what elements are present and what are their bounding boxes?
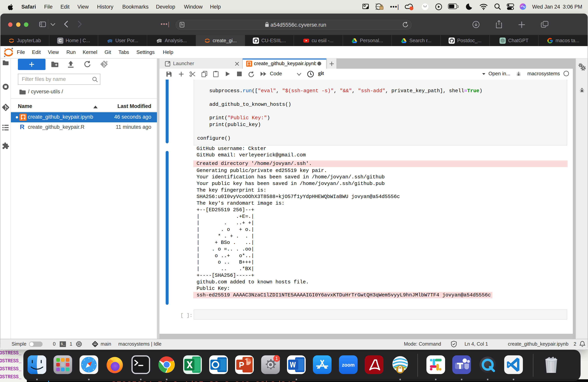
svg-text:zoom: zoom	[342, 362, 355, 368]
svg-text:1: 1	[275, 356, 278, 361]
